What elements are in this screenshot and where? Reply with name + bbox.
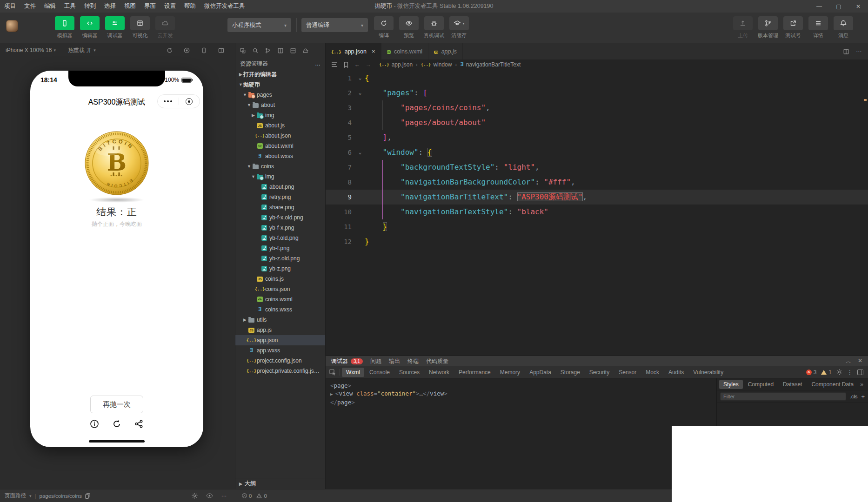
tree-item-img[interactable]: ▶img — [235, 110, 325, 120]
reload-icon[interactable] — [112, 419, 121, 429]
editor-tab-app.json[interactable]: app.json× — [326, 43, 381, 59]
menu-item-设置[interactable]: 设置 — [160, 0, 180, 13]
tree-item-app.wxss[interactable]: app.wxss — [235, 345, 325, 356]
devtools-tab-Audits[interactable]: Audits — [664, 368, 688, 377]
more-icon[interactable]: … — [315, 60, 320, 67]
tree-item-yb-f-x.old.png[interactable]: yb-f-x.old.png — [235, 212, 325, 223]
测试号-button[interactable] — [783, 16, 803, 30]
split-editor-icon[interactable] — [843, 48, 849, 55]
tree-item-about.png[interactable]: about.png — [235, 182, 325, 192]
tree-item-coins.wxss[interactable]: coins.wxss — [235, 304, 325, 315]
menu-item-微信开发者工具[interactable]: 微信开发者工具 — [200, 0, 249, 13]
project-avatar[interactable] — [6, 20, 18, 32]
devtools-tab-Storage[interactable]: Storage — [556, 368, 584, 377]
code-line-7[interactable]: 7 "backgroundTextStyle": "light", — [326, 160, 868, 175]
close-panel-icon[interactable]: ✕ — [858, 357, 862, 365]
devtools-tab-Sensor[interactable]: Sensor — [614, 368, 641, 377]
search-icon[interactable] — [252, 47, 259, 54]
close-tab-icon[interactable]: × — [372, 48, 375, 55]
expand-icon[interactable] — [218, 47, 225, 54]
menu-item-工具[interactable]: 工具 — [60, 0, 80, 13]
forward-icon[interactable]: → — [366, 61, 371, 68]
code-line-11[interactable]: 11 } — [326, 219, 868, 234]
tree-item-coins.wxml[interactable]: coins.wxml — [235, 294, 325, 304]
code-line-1[interactable]: 1⌄{ — [326, 71, 868, 86]
调试器-button[interactable] — [105, 16, 125, 30]
device-select[interactable]: iPhone X 100% 16▾ — [6, 47, 56, 53]
new-style-rule-button[interactable]: + — [861, 393, 865, 400]
code-line-4[interactable]: 4 "pages/about/about" — [326, 115, 868, 130]
panel-tab-调试器[interactable]: 调试器 — [331, 357, 348, 365]
tree-item-yb-z.old.png[interactable]: yb-z.old.png — [235, 253, 325, 264]
code-line-2[interactable]: 2⌄ "pages": [ — [326, 86, 868, 100]
code-line-12[interactable]: 12} — [326, 234, 868, 249]
devtools-tab-Wxml[interactable]: Wxml — [342, 368, 364, 377]
devtools-tab-Network[interactable]: Network — [425, 368, 454, 377]
wxml-tree[interactable]: <page>▶ <view class="container">…</view>… — [326, 378, 716, 489]
split-icon[interactable] — [277, 47, 284, 54]
styles-tab-Computed[interactable]: Computed — [744, 380, 778, 389]
eye-icon[interactable] — [206, 493, 213, 498]
tree-item-app.js[interactable]: app.js — [235, 325, 325, 335]
new-window-icon[interactable] — [240, 47, 246, 54]
hot-reload-toggle[interactable]: 热重载 开▾ — [68, 46, 96, 54]
tree-item-share.png[interactable]: share.png — [235, 202, 325, 212]
info-icon[interactable] — [90, 419, 99, 429]
tree-item-project.private.config.js…[interactable]: project.private.config.js… — [235, 366, 325, 376]
devtools-settings-icon[interactable] — [836, 369, 842, 375]
compile-select[interactable]: 普通编译▾ — [301, 18, 368, 32]
编辑器-button[interactable] — [80, 16, 100, 30]
code-line-6[interactable]: 6⌄ "window": { — [326, 145, 868, 160]
code-editor[interactable]: 1⌄{2⌄ "pages": [3 "pages/coins/coins",4 … — [326, 70, 868, 249]
retry-button[interactable]: 再抛一次 — [90, 396, 143, 413]
tree-item-打开的编辑器[interactable]: ▶打开的编辑器 — [235, 69, 325, 79]
menu-item-选择[interactable]: 选择 — [100, 0, 120, 13]
dock-side-icon[interactable] — [857, 370, 863, 375]
menu-item-编辑[interactable]: 编辑 — [40, 0, 60, 13]
tree-item-yb-z.png[interactable]: yb-z.png — [235, 264, 325, 274]
devtools-tab-Memory[interactable]: Memory — [496, 368, 524, 377]
minimize-icon[interactable]: — — [809, 0, 829, 13]
outline-list-icon[interactable] — [331, 62, 338, 67]
tree-item-about.wxml[interactable]: about.wxml — [235, 141, 325, 151]
panel-tab-问题[interactable]: 问题 — [370, 357, 381, 365]
close-icon[interactable]: ✕ — [848, 0, 868, 13]
problems-warnings[interactable]: 0 — [256, 493, 267, 499]
tree-item-about.json[interactable]: about.json — [235, 131, 325, 141]
device-icon[interactable] — [200, 47, 207, 54]
overflow-chevron-icon[interactable]: » — [860, 381, 866, 388]
消息-button[interactable] — [834, 16, 853, 30]
devtools-tab-Security[interactable]: Security — [585, 368, 614, 377]
menu-item-转到[interactable]: 转到 — [80, 0, 100, 13]
devtools-tab-Mock[interactable]: Mock — [641, 368, 663, 377]
tree-item-抛硬币[interactable]: ▼抛硬币 — [235, 79, 325, 90]
mode-select[interactable]: 小程序模式▾ — [227, 18, 291, 32]
wxml-node-2[interactable]: </page> — [330, 398, 712, 406]
console-warning-count[interactable]: 1 — [821, 369, 832, 376]
breadcrumb-item-window[interactable]: window — [421, 61, 452, 68]
page-path-label[interactable]: 页面路径 — [5, 492, 26, 499]
fold-chevron-icon[interactable]: ⌄ — [355, 86, 365, 100]
settings-icon[interactable] — [192, 493, 198, 499]
styles-tab-Dataset[interactable]: Dataset — [779, 380, 806, 389]
menu-item-帮助[interactable]: 帮助 — [180, 0, 200, 13]
tree-item-pages[interactable]: ▼pages — [235, 90, 325, 100]
详情-button[interactable] — [808, 16, 828, 30]
collapse-panel-icon[interactable]: ︿ — [846, 357, 851, 365]
tree-item-project.config.json[interactable]: project.config.json — [235, 356, 325, 366]
tree-item-coins[interactable]: ▼coins — [235, 161, 325, 172]
kebab-menu-icon[interactable]: ⋮ — [847, 369, 853, 376]
tree-item-coins.js[interactable]: coins.js — [235, 274, 325, 284]
tree-item-yb-f-x.png[interactable]: yb-f-x.png — [235, 223, 325, 233]
预览-button[interactable] — [399, 16, 419, 30]
breadcrumb-item-navigationBarTitleText[interactable]: navigationBarTitleText — [460, 61, 521, 68]
fold-chevron-icon[interactable]: ⌄ — [355, 71, 365, 86]
more-dots-icon[interactable]: ⋯ — [221, 493, 227, 499]
menu-item-界面[interactable]: 界面 — [140, 0, 160, 13]
capsule-menu-button[interactable] — [158, 95, 179, 108]
styles-tab-Styles[interactable]: Styles — [719, 380, 743, 389]
share-icon[interactable] — [134, 419, 144, 429]
wxml-node-1[interactable]: ▶ <view class="container">…</view> — [330, 390, 712, 398]
console-error-count[interactable]: ✕3 — [806, 369, 817, 376]
devtools-tab-Console[interactable]: Console — [365, 368, 394, 377]
